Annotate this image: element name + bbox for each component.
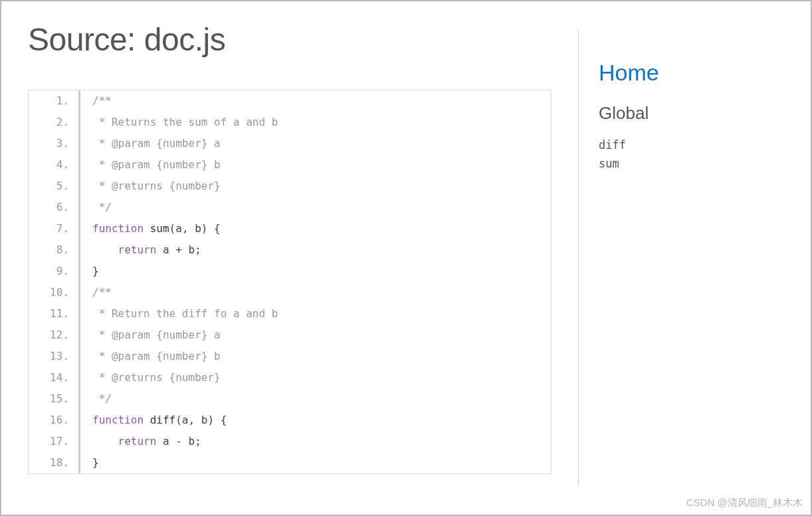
code-line: 1./**	[29, 90, 551, 112]
code-content: * Returns the sum of a and b	[80, 112, 551, 133]
line-number: 13.	[29, 346, 80, 367]
code-line: 11. * Return the diff fo a and b	[29, 303, 551, 324]
code-line: 14. * @returns {number}	[29, 367, 551, 388]
code-line: 10./**	[29, 282, 551, 303]
line-number: 12.	[29, 324, 80, 346]
nav-item-sum[interactable]: sum	[599, 154, 797, 173]
line-number: 10.	[29, 282, 80, 303]
code-line: 16.function diff(a, b) {	[29, 410, 551, 431]
code-content: */	[80, 388, 551, 410]
code-line: 7.function sum(a, b) {	[29, 218, 551, 239]
nav-item-list: diffsum	[599, 136, 797, 173]
line-number: 2.	[29, 112, 80, 133]
code-content: * @param {number} a	[80, 133, 551, 154]
code-content: * Return the diff fo a and b	[80, 303, 551, 324]
line-number: 18.	[29, 452, 80, 473]
code-content: * @param {number} b	[80, 346, 551, 367]
code-line: 12. * @param {number} a	[29, 324, 551, 346]
code-content: /**	[80, 90, 551, 112]
code-content: return a + b;	[80, 239, 551, 261]
home-link[interactable]: Home	[599, 60, 797, 86]
line-number: 15.	[29, 388, 80, 410]
code-line: 13. * @param {number} b	[29, 346, 551, 367]
line-number: 8.	[29, 239, 80, 261]
line-number: 3.	[29, 133, 80, 154]
code-content: function sum(a, b) {	[80, 218, 551, 239]
nav-item-diff[interactable]: diff	[599, 136, 797, 154]
line-number: 7.	[29, 218, 80, 239]
line-number: 17.	[29, 431, 80, 452]
line-number: 11.	[29, 303, 80, 324]
line-number: 14.	[29, 367, 80, 388]
code-content: * @param {number} b	[80, 154, 551, 176]
page-title: Source: doc.js	[28, 21, 552, 58]
code-content: return a - b;	[80, 431, 551, 452]
code-line: 18.}	[29, 452, 551, 473]
code-line: 6. */	[29, 197, 551, 218]
sidebar: Home Global diffsum	[578, 31, 811, 485]
code-line: 4. * @param {number} b	[29, 154, 551, 176]
code-line: 9.}	[29, 261, 551, 282]
code-content: }	[80, 452, 551, 473]
code-content: * @param {number} a	[80, 324, 551, 346]
main-content: Source: doc.js 1./**2. * Returns the sum…	[1, 1, 578, 515]
code-line: 8. return a + b;	[29, 239, 551, 261]
code-line: 15. */	[29, 388, 551, 410]
line-number: 5.	[29, 176, 80, 197]
code-content: * @returns {number}	[80, 176, 551, 197]
line-number: 4.	[29, 154, 80, 176]
code-content: /**	[80, 282, 551, 303]
watermark-text: CSDN @清风细雨_林木木	[686, 497, 803, 509]
line-number: 1.	[29, 90, 80, 112]
nav-section-title: Global	[599, 103, 797, 124]
code-content: * @returns {number}	[80, 367, 551, 388]
code-content: function diff(a, b) {	[80, 410, 551, 431]
code-content: }	[80, 261, 551, 282]
line-number: 9.	[29, 261, 80, 282]
source-code-block: 1./**2. * Returns the sum of a and b3. *…	[28, 90, 552, 474]
code-line: 2. * Returns the sum of a and b	[29, 112, 551, 133]
code-line: 17. return a - b;	[29, 431, 551, 452]
code-content: */	[80, 197, 551, 218]
line-number: 16.	[29, 410, 80, 431]
code-line: 5. * @returns {number}	[29, 176, 551, 197]
code-line: 3. * @param {number} a	[29, 133, 551, 154]
line-number: 6.	[29, 197, 80, 218]
